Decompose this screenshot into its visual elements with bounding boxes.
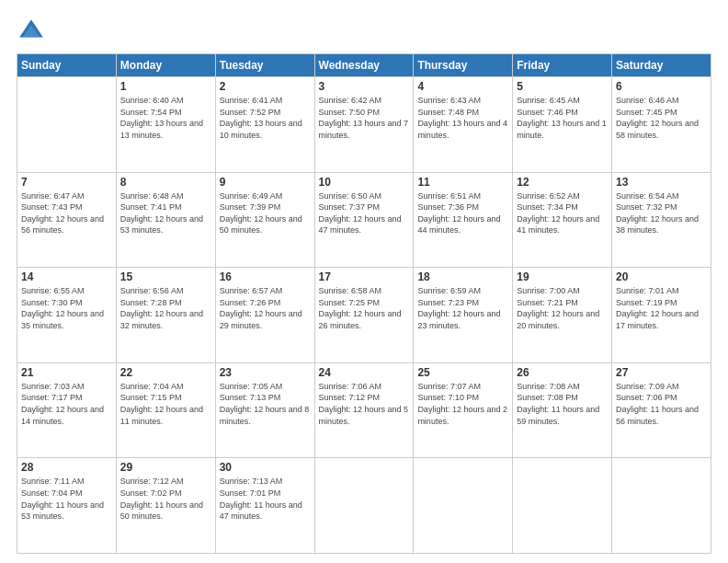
day-info: Sunrise: 7:00 AM Sunset: 7:21 PM Dayligh… [517,285,608,331]
day-cell: 17Sunrise: 6:58 AM Sunset: 7:25 PM Dayli… [314,268,414,363]
day-cell: 25Sunrise: 7:07 AM Sunset: 7:10 PM Dayli… [414,362,513,458]
day-info: Sunrise: 6:40 AM Sunset: 7:54 PM Dayligh… [120,95,211,141]
day-info: Sunrise: 6:50 AM Sunset: 7:37 PM Dayligh… [319,190,410,236]
logo-icon [17,17,46,46]
day-cell: 16Sunrise: 6:57 AM Sunset: 7:26 PM Dayli… [215,268,314,363]
calendar-table: SundayMondayTuesdayWednesdayThursdayFrid… [17,53,711,554]
day-number: 6 [616,80,707,93]
day-cell: 6Sunrise: 6:46 AM Sunset: 7:45 PM Daylig… [612,77,711,173]
weekday-header-friday: Friday [513,54,612,77]
day-cell: 11Sunrise: 6:51 AM Sunset: 7:36 PM Dayli… [414,172,513,268]
weekday-header-tuesday: Tuesday [215,54,314,77]
day-cell: 22Sunrise: 7:04 AM Sunset: 7:15 PM Dayli… [116,362,215,458]
day-number: 8 [120,176,211,189]
day-info: Sunrise: 6:46 AM Sunset: 7:45 PM Dayligh… [616,95,707,141]
day-cell: 2Sunrise: 6:41 AM Sunset: 7:52 PM Daylig… [215,77,314,173]
weekday-header-row: SundayMondayTuesdayWednesdayThursdayFrid… [17,54,711,77]
day-number: 29 [120,461,211,474]
day-info: Sunrise: 6:51 AM Sunset: 7:36 PM Dayligh… [417,190,508,236]
day-info: Sunrise: 7:13 AM Sunset: 7:01 PM Dayligh… [220,476,311,522]
day-cell: 1Sunrise: 6:40 AM Sunset: 7:54 PM Daylig… [116,77,215,173]
day-cell: 15Sunrise: 6:56 AM Sunset: 7:28 PM Dayli… [116,268,215,363]
day-cell [612,458,711,554]
day-cell: 30Sunrise: 7:13 AM Sunset: 7:01 PM Dayli… [215,458,314,554]
day-info: Sunrise: 6:49 AM Sunset: 7:39 PM Dayligh… [220,190,311,236]
day-number: 25 [417,366,508,379]
day-cell: 19Sunrise: 7:00 AM Sunset: 7:21 PM Dayli… [513,268,612,363]
day-info: Sunrise: 7:09 AM Sunset: 7:06 PM Dayligh… [616,381,707,427]
day-cell: 10Sunrise: 6:50 AM Sunset: 7:37 PM Dayli… [314,172,414,268]
day-number: 1 [120,80,211,93]
day-number: 30 [220,461,311,474]
day-cell: 20Sunrise: 7:01 AM Sunset: 7:19 PM Dayli… [612,268,711,363]
day-info: Sunrise: 7:01 AM Sunset: 7:19 PM Dayligh… [616,285,707,331]
day-info: Sunrise: 6:41 AM Sunset: 7:52 PM Dayligh… [220,95,311,141]
header [17,17,711,46]
day-info: Sunrise: 7:04 AM Sunset: 7:15 PM Dayligh… [120,381,211,427]
day-info: Sunrise: 6:43 AM Sunset: 7:48 PM Dayligh… [417,95,508,141]
day-info: Sunrise: 6:55 AM Sunset: 7:30 PM Dayligh… [21,285,112,331]
day-cell: 18Sunrise: 6:59 AM Sunset: 7:23 PM Dayli… [414,268,513,363]
day-number: 21 [21,366,112,379]
day-number: 27 [616,366,707,379]
day-number: 11 [417,176,508,189]
day-number: 12 [517,176,608,189]
day-cell: 4Sunrise: 6:43 AM Sunset: 7:48 PM Daylig… [414,77,513,173]
day-cell: 12Sunrise: 6:52 AM Sunset: 7:34 PM Dayli… [513,172,612,268]
day-number: 17 [319,270,410,283]
day-cell [314,458,414,554]
day-number: 14 [21,270,112,283]
weekday-header-monday: Monday [116,54,215,77]
day-cell: 27Sunrise: 7:09 AM Sunset: 7:06 PM Dayli… [612,362,711,458]
week-row-0: 1Sunrise: 6:40 AM Sunset: 7:54 PM Daylig… [17,77,711,173]
day-number: 28 [21,461,112,474]
day-cell: 24Sunrise: 7:06 AM Sunset: 7:12 PM Dayli… [314,362,414,458]
day-info: Sunrise: 7:06 AM Sunset: 7:12 PM Dayligh… [319,381,410,427]
day-info: Sunrise: 6:56 AM Sunset: 7:28 PM Dayligh… [120,285,211,331]
day-info: Sunrise: 6:52 AM Sunset: 7:34 PM Dayligh… [517,190,608,236]
day-cell: 26Sunrise: 7:08 AM Sunset: 7:08 PM Dayli… [513,362,612,458]
day-cell: 14Sunrise: 6:55 AM Sunset: 7:30 PM Dayli… [17,268,117,363]
day-info: Sunrise: 6:45 AM Sunset: 7:46 PM Dayligh… [517,95,608,141]
day-cell: 8Sunrise: 6:48 AM Sunset: 7:41 PM Daylig… [116,172,215,268]
day-info: Sunrise: 7:12 AM Sunset: 7:02 PM Dayligh… [120,476,211,522]
day-number: 9 [220,176,311,189]
day-cell: 3Sunrise: 6:42 AM Sunset: 7:50 PM Daylig… [314,77,414,173]
week-row-3: 21Sunrise: 7:03 AM Sunset: 7:17 PM Dayli… [17,362,711,458]
weekday-header-thursday: Thursday [414,54,513,77]
weekday-header-wednesday: Wednesday [314,54,414,77]
day-info: Sunrise: 7:11 AM Sunset: 7:04 PM Dayligh… [21,476,112,522]
logo [17,17,51,46]
week-row-1: 7Sunrise: 6:47 AM Sunset: 7:43 PM Daylig… [17,172,711,268]
day-info: Sunrise: 6:42 AM Sunset: 7:50 PM Dayligh… [319,95,410,141]
day-number: 23 [220,366,311,379]
day-info: Sunrise: 7:05 AM Sunset: 7:13 PM Dayligh… [220,381,311,427]
day-cell: 9Sunrise: 6:49 AM Sunset: 7:39 PM Daylig… [215,172,314,268]
day-number: 2 [220,80,311,93]
day-cell: 21Sunrise: 7:03 AM Sunset: 7:17 PM Dayli… [17,362,117,458]
day-number: 16 [220,270,311,283]
day-info: Sunrise: 7:08 AM Sunset: 7:08 PM Dayligh… [517,381,608,427]
day-number: 20 [616,270,707,283]
day-cell: 28Sunrise: 7:11 AM Sunset: 7:04 PM Dayli… [17,458,117,554]
day-cell [414,458,513,554]
day-info: Sunrise: 6:58 AM Sunset: 7:25 PM Dayligh… [319,285,410,331]
day-number: 3 [319,80,410,93]
day-number: 26 [517,366,608,379]
day-number: 7 [21,176,112,189]
day-cell [513,458,612,554]
day-info: Sunrise: 6:54 AM Sunset: 7:32 PM Dayligh… [616,190,707,236]
day-number: 18 [417,270,508,283]
day-info: Sunrise: 6:57 AM Sunset: 7:26 PM Dayligh… [220,285,311,331]
week-row-4: 28Sunrise: 7:11 AM Sunset: 7:04 PM Dayli… [17,458,711,554]
day-cell: 7Sunrise: 6:47 AM Sunset: 7:43 PM Daylig… [17,172,117,268]
page: SundayMondayTuesdayWednesdayThursdayFrid… [0,0,728,563]
day-cell: 29Sunrise: 7:12 AM Sunset: 7:02 PM Dayli… [116,458,215,554]
day-number: 10 [319,176,410,189]
day-number: 15 [120,270,211,283]
day-info: Sunrise: 6:48 AM Sunset: 7:41 PM Dayligh… [120,190,211,236]
week-row-2: 14Sunrise: 6:55 AM Sunset: 7:30 PM Dayli… [17,268,711,363]
day-cell [17,77,117,173]
day-info: Sunrise: 7:07 AM Sunset: 7:10 PM Dayligh… [417,381,508,427]
day-cell: 23Sunrise: 7:05 AM Sunset: 7:13 PM Dayli… [215,362,314,458]
